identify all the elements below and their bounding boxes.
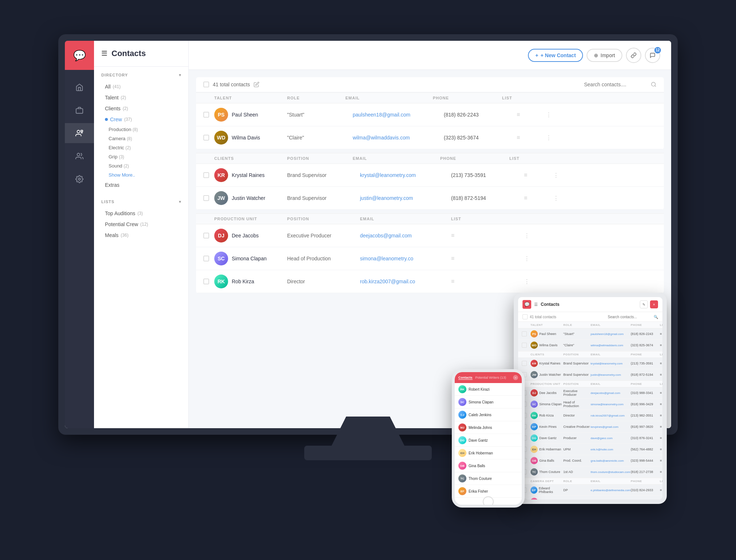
- nav-briefcase[interactable]: [65, 100, 94, 120]
- sidebar-grip[interactable]: Grip (3): [101, 152, 181, 161]
- list-icon[interactable]: ≡: [660, 362, 662, 365]
- table-row[interactable]: DJ Dee Jacobs Executive Producer deejaco…: [518, 387, 662, 399]
- list-item[interactable]: EF Erika Fisher: [455, 485, 522, 498]
- table-row[interactable]: SC Simona Clapan Head of Production simo…: [518, 399, 662, 410]
- nav-home[interactable]: [65, 77, 94, 97]
- sidebar-crew[interactable]: Crew (37): [101, 114, 181, 125]
- list-icon[interactable]: ≡: [660, 488, 662, 492]
- phone-home-circle[interactable]: [483, 496, 494, 505]
- more-icon[interactable]: ⋮: [553, 172, 568, 179]
- table-row[interactable]: TC Thom Couture 1st AD thom.couture@stud…: [518, 466, 662, 478]
- sidebar-show-more[interactable]: Show More..: [101, 170, 181, 180]
- more-icon[interactable]: ⋮: [524, 255, 553, 262]
- nav-team[interactable]: [65, 146, 94, 166]
- list-icon[interactable]: ≡: [660, 402, 662, 406]
- row-checkbox[interactable]: [203, 135, 209, 141]
- table-row[interactable]: EP Edward Philbanks DP e.philbanks@defin…: [518, 485, 662, 496]
- table-row[interactable]: EH Erik Hoberman UPM erik.h@holie.com (5…: [518, 444, 662, 455]
- row-checkbox[interactable]: [203, 172, 209, 178]
- select-all-checkbox[interactable]: [203, 82, 209, 87]
- sidebar-potential-crew[interactable]: Potential Crew (12): [101, 219, 181, 230]
- tablet-menu-icon[interactable]: ☰: [534, 302, 538, 307]
- row-checkbox[interactable]: [203, 195, 209, 201]
- sidebar-clients[interactable]: Clients (2): [101, 103, 181, 114]
- sidebar-production[interactable]: Production (8): [101, 125, 181, 134]
- table-row[interactable]: JW Justin Watcher Brand Supervisor justi…: [196, 187, 664, 210]
- table-row[interactable]: KP Kevin Pines Creative Producer kevpine…: [518, 421, 662, 433]
- list-item[interactable]: CJ Caleb Jenkins: [455, 409, 522, 421]
- list-icon[interactable]: ≡: [660, 332, 662, 336]
- list-icon[interactable]: ≡: [524, 172, 553, 178]
- sidebar-extras[interactable]: Extras: [101, 180, 181, 190]
- table-row[interactable]: GB Gina Balls Prod. Coord. gna.balls@aes…: [518, 455, 662, 466]
- row-checkbox[interactable]: [522, 343, 527, 348]
- table-row[interactable]: KR Krystal Raines Brand Supervisor kryst…: [196, 164, 664, 187]
- sidebar-meals[interactable]: Meals (36): [101, 230, 181, 241]
- row-checkbox[interactable]: [522, 361, 527, 366]
- list-icon[interactable]: ≡: [660, 459, 662, 462]
- list-item[interactable]: GB Gina Balls: [455, 460, 522, 472]
- list-icon[interactable]: ≡: [660, 447, 662, 451]
- list-icon[interactable]: ≡: [517, 111, 546, 118]
- logo-area[interactable]: 💬: [65, 41, 94, 70]
- list-icon[interactable]: ≡: [660, 391, 662, 395]
- nav-settings[interactable]: [65, 169, 94, 189]
- list-item[interactable]: MJ Melinda Johns: [455, 421, 522, 434]
- search-input[interactable]: [584, 82, 648, 87]
- table-row[interactable]: JW Justin Watcher Brand Supervisor justi…: [518, 369, 662, 380]
- more-icon[interactable]: ⋮: [524, 232, 553, 239]
- link-button[interactable]: [626, 48, 641, 63]
- more-icon[interactable]: ⋮: [524, 278, 553, 285]
- lists-header[interactable]: LISTS ▾: [101, 199, 181, 204]
- list-icon[interactable]: ≡: [451, 278, 524, 285]
- list-item[interactable]: EH Erik Hoberman: [455, 447, 522, 460]
- table-row[interactable]: PS Paul Sheen "Stuart" paulsheen18@gmail…: [196, 103, 664, 126]
- tablet-select-all[interactable]: [522, 314, 528, 319]
- table-row[interactable]: SC Simona Clapan Head of Production simo…: [196, 247, 664, 270]
- tablet-edit-btn[interactable]: ✎: [640, 300, 648, 308]
- table-row[interactable]: EF Erika Fisher B Cam Operator erika.fis…: [518, 496, 662, 500]
- list-icon[interactable]: ≡: [524, 195, 553, 201]
- table-row[interactable]: DG Dave Gantz Producer dave@ganz.com (31…: [518, 433, 662, 444]
- sidebar-electric[interactable]: Electric (2): [101, 143, 181, 152]
- list-item[interactable]: RK Robert Kirazi: [455, 383, 522, 396]
- list-icon[interactable]: ≡: [660, 470, 662, 474]
- list-icon[interactable]: ≡: [451, 232, 524, 239]
- phone-close-btn[interactable]: ×: [513, 375, 518, 380]
- more-icon[interactable]: ⋮: [546, 111, 560, 118]
- phone-tab-writers[interactable]: Potential Writers (13): [475, 376, 506, 380]
- sidebar-camera[interactable]: Camera (8): [101, 134, 181, 143]
- new-contact-button[interactable]: + + New Contact: [528, 49, 583, 62]
- sidebar-sound[interactable]: Sound (2): [101, 161, 181, 170]
- list-icon[interactable]: ≡: [517, 134, 546, 141]
- list-item[interactable]: SC Simona Clapan: [455, 396, 522, 409]
- tablet-search-input[interactable]: [608, 315, 651, 319]
- table-row[interactable]: RK Rob Kirza Director rob.kirza2007@gmai…: [196, 270, 664, 293]
- row-checkbox[interactable]: [203, 279, 209, 284]
- notifications-button[interactable]: 12: [645, 48, 660, 63]
- sidebar-all[interactable]: All (41): [101, 81, 181, 92]
- table-row[interactable]: WD Wilma Davis "Claire" wilma@wilmaddavi…: [196, 126, 664, 149]
- import-button[interactable]: ⊕ Import: [587, 49, 622, 62]
- list-icon[interactable]: ≡: [660, 436, 662, 440]
- sidebar-top-auditions[interactable]: Top Auditions (3): [101, 208, 181, 219]
- hamburger-icon[interactable]: ☰: [101, 50, 107, 58]
- directory-header[interactable]: DIRECTORY ▾: [101, 72, 181, 78]
- list-item[interactable]: DG Dave Gantz: [455, 434, 522, 447]
- table-row[interactable]: KR Krystal Raines Brand Supervisor kryst…: [518, 358, 662, 369]
- table-row[interactable]: RK Rob Kirza Director rob.kirza2007@gmai…: [518, 410, 662, 421]
- sidebar-talent[interactable]: Talent (2): [101, 92, 181, 103]
- nav-contacts[interactable]: [65, 123, 94, 143]
- list-icon[interactable]: ≡: [451, 255, 524, 262]
- table-row[interactable]: WD Wilma Davis "Claire" wilma@wilmaddavi…: [518, 340, 662, 351]
- row-checkbox[interactable]: [522, 331, 527, 336]
- list-item[interactable]: TC Thom Couture: [455, 472, 522, 485]
- list-icon[interactable]: ≡: [660, 373, 662, 376]
- list-icon[interactable]: ≡: [660, 414, 662, 417]
- tablet-close-btn[interactable]: ×: [650, 300, 658, 308]
- row-checkbox[interactable]: [203, 112, 209, 118]
- table-row[interactable]: PS Paul Sheen "Stuart" paulsheen18@gmail…: [518, 328, 662, 340]
- more-icon[interactable]: ⋮: [553, 195, 568, 202]
- more-icon[interactable]: ⋮: [546, 134, 560, 141]
- row-checkbox[interactable]: [203, 256, 209, 261]
